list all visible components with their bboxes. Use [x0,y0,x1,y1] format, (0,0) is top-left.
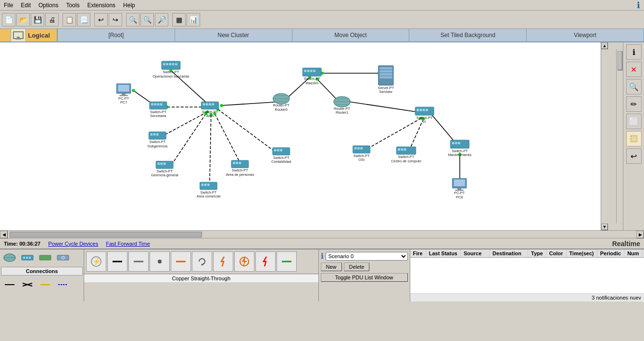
menu-extensions[interactable]: Extensions [83,1,119,10]
node-switch-com[interactable]: Switch-PT Area comercial [197,182,221,198]
node-switch-centro[interactable]: Switch-PT Centro de computo [391,147,421,163]
menu-edit[interactable]: Edit [17,1,35,10]
svg-text:Adm: Adm [206,114,214,118]
svg-rect-70 [151,103,153,105]
new-cluster-nav[interactable]: New Cluster [175,29,292,41]
svg-line-34 [164,112,207,135]
svg-rect-97 [236,162,238,164]
fast-forward-btn[interactable]: Fast Forward Time [106,241,150,247]
menu-help[interactable]: Help [119,1,139,10]
svg-rect-128 [379,70,392,73]
horizontal-scrollbar[interactable]: ◀ ▶ [0,230,644,238]
node-switch-ops[interactable]: Switch-PT Operaciones bancarias [152,61,189,79]
conn-crossover[interactable] [19,277,36,292]
svg-rect-56 [163,63,165,66]
conn-dot[interactable] [150,251,170,272]
svg-text:Switch-PT: Switch-PT [273,156,290,160]
svg-text:PC-PT: PC-PT [118,96,129,101]
tb-new[interactable]: 📄 [2,13,15,26]
tb-grid[interactable]: ▦ [172,13,186,26]
conn-fiber[interactable] [37,277,53,292]
conn-orange[interactable] [171,251,191,272]
tb-zoom-custom[interactable]: 🔍 [140,13,154,26]
node-switch-mant[interactable]: Switch-PT Mantenimiento [448,140,472,157]
device-wireless[interactable] [54,250,71,265]
set-tiled-bg-nav[interactable]: Set Tiled Background [409,29,527,41]
hscroll-left[interactable]: ◀ [0,231,8,238]
conn-straight-through[interactable] [1,277,18,292]
conn-rotate[interactable] [192,251,212,272]
menu-tools[interactable]: Tools [62,1,83,10]
svg-text:Operaciones bancarias: Operaciones bancarias [152,74,189,79]
conn-auto[interactable]: ⚡ [86,251,106,272]
sidebar-btn-undo[interactable]: ↩ [626,148,642,164]
move-object-nav[interactable]: Move Object [292,29,410,41]
tb-save[interactable]: 💾 [31,13,44,26]
sidebar-btn-rect[interactable]: ⬜ [626,114,642,129]
svg-rect-121 [307,70,310,72]
node-switch-cont[interactable]: Switch-PT Contabilidad [271,147,291,164]
svg-rect-155 [404,148,406,151]
node-server[interactable]: Server-PT Servidor [378,66,394,94]
tb-palette[interactable]: 📊 [187,13,200,26]
node-switch-it[interactable]: Switch-PT IT [415,107,434,124]
node-switch-area[interactable]: Switch-PT Area de personas [226,160,254,177]
node-pc8[interactable]: PC-PT PC8 [452,178,467,199]
node-switch-sec[interactable]: Switch-PT Secretaria [150,102,167,118]
tb-print[interactable]: 🖨 [45,13,59,26]
svg-rect-91 [161,163,163,165]
sidebar-btn-add[interactable] [626,131,642,146]
menu-options[interactable]: Options [35,1,62,10]
logical-tab[interactable]: Logical [0,29,58,41]
node-pc7[interactable]: PC-PT PC7 [116,84,131,105]
svg-rect-78 [206,103,208,105]
tb-undo[interactable]: ↩ [94,13,108,26]
node-switch-sub[interactable]: Switch-PT Subgerencia [148,132,168,148]
tb-copy[interactable]: 📋 [63,13,76,26]
device-switch[interactable] [19,250,36,265]
event-list-body[interactable] [410,258,644,293]
power-cycle-btn[interactable]: Power Cycle Devices [48,241,98,247]
conn-lightning[interactable] [213,251,233,272]
network-canvas[interactable]: Switch-PT Operaciones bancarias PC-PT PC… [0,42,601,230]
tb-open[interactable]: 📂 [16,13,30,26]
node-router0[interactable]: Router-PT Router0 [273,93,290,112]
conn-red-lightning[interactable] [255,251,276,272]
scenario-select[interactable]: Scenario 0 [326,252,408,261]
device-panel: Connections [0,249,84,302]
scroll-down-arrow[interactable]: ▼ [601,223,608,230]
sidebar-btn-draw[interactable]: ✏ [626,96,642,112]
node-switch-ger[interactable]: Switch-PT Gerencia general [151,161,178,177]
conn-timer[interactable] [234,251,254,272]
node-router1[interactable]: Router-PT Router1 [334,96,351,115]
conn-serial[interactable] [54,277,71,292]
device-hub[interactable] [37,250,53,265]
tb-redo[interactable]: ↪ [109,13,122,26]
device-router[interactable] [1,250,18,265]
viewport-nav[interactable]: Viewport [527,29,644,41]
tb-zoom-out[interactable]: 🔎 [155,13,168,26]
svg-line-43 [210,115,211,186]
hscroll-right[interactable]: ▶ [636,231,644,238]
tb-zoom-in[interactable]: 🔍 [126,13,139,26]
node-switch-maestro[interactable]: Switch-PT Maestro [303,68,321,85]
svg-rect-71 [154,103,156,105]
sidebar-btn-info[interactable]: ℹ [626,44,642,60]
menu-file[interactable]: File [0,1,17,10]
hscroll-thumb[interactable] [10,232,202,237]
svg-text:Switch-PT: Switch-PT [150,110,166,114]
svg-text:Switch-PT: Switch-PT [202,110,218,114]
tb-paste[interactable]: 📃 [77,13,90,26]
scenario-delete-btn[interactable]: Delete [344,262,370,271]
root-nav[interactable]: [Root] [58,29,175,41]
node-switch-osi[interactable]: Switch-PT OSI [353,146,370,162]
sidebar-btn-close[interactable]: ✕ [626,62,642,77]
conn-straight[interactable] [107,251,127,272]
svg-rect-177 [29,257,31,259]
toggle-pdu-btn[interactable]: Toggle PDU List Window [321,273,408,282]
conn-line[interactable] [128,251,149,272]
conn-green-line[interactable] [277,251,297,272]
sidebar-btn-search[interactable]: 🔍 [626,79,642,94]
scenario-new-btn[interactable]: New [321,262,342,271]
scroll-up-arrow[interactable]: ▲ [601,42,608,49]
